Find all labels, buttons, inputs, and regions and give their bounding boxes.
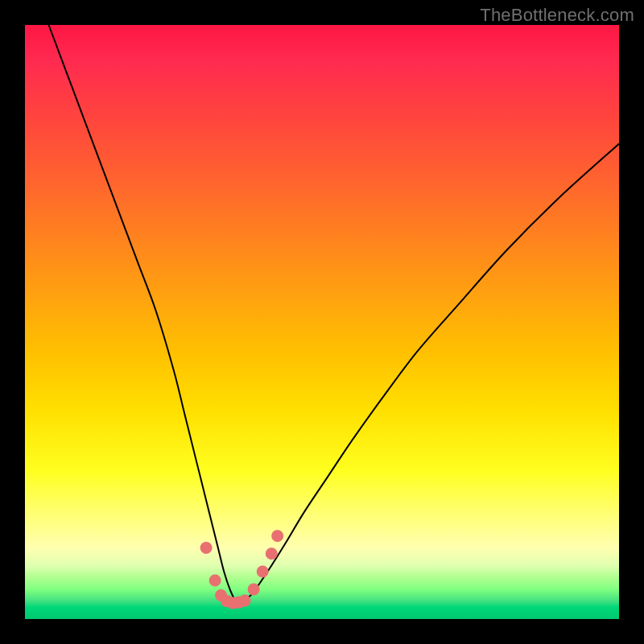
svg-point-8 xyxy=(257,565,269,577)
svg-point-6 xyxy=(239,595,251,607)
svg-point-1 xyxy=(209,575,221,587)
bottleneck-curve xyxy=(49,25,619,602)
watermark-text: TheBottleneck.com xyxy=(480,5,634,26)
svg-point-9 xyxy=(266,547,278,559)
highlight-dots xyxy=(200,530,284,609)
svg-point-10 xyxy=(271,530,283,542)
plot-area xyxy=(25,25,619,619)
svg-point-7 xyxy=(248,584,260,596)
chart-svg xyxy=(25,25,619,619)
svg-point-0 xyxy=(200,542,213,554)
